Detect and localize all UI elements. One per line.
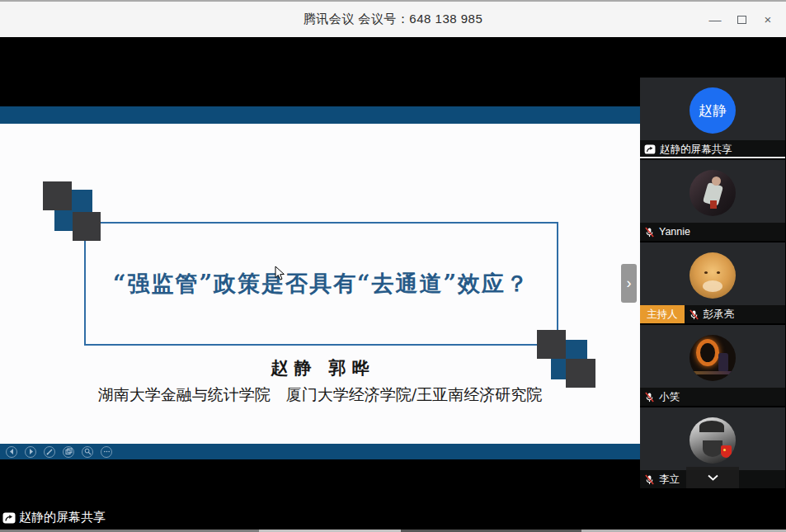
next-slide-icon <box>27 448 35 455</box>
participant-name-bar: 主持人 彭承亮 <box>640 305 785 323</box>
participant-tile-xiaoxiao[interactable]: 小笑 <box>640 325 785 406</box>
participant-tile-pengchengliang[interactable]: 主持人 彭承亮 <box>640 242 785 323</box>
all-slides-icon <box>65 448 73 455</box>
mic-muted-icon <box>644 474 655 485</box>
screen-share-banner-label: 赵静的屏幕共享 <box>19 510 106 525</box>
all-slides-button[interactable] <box>63 446 74 458</box>
screen-share-icon <box>644 144 656 154</box>
chevron-right-icon: › <box>627 275 632 292</box>
slideshow-toolbar <box>0 444 640 459</box>
chevron-down-icon <box>707 474 719 481</box>
active-speaker-line <box>640 157 785 158</box>
participant-name: 赵静的屏幕共享 <box>660 143 732 157</box>
sidebar-collapse-button[interactable]: › <box>621 264 637 303</box>
participant-name: Yannie <box>659 226 690 238</box>
participant-name: 李立 <box>659 473 680 487</box>
minimize-icon: — <box>709 12 722 26</box>
more-options-button[interactable] <box>101 446 112 458</box>
minimize-button[interactable]: — <box>702 7 728 33</box>
mouse-cursor <box>275 266 285 281</box>
pen-button[interactable] <box>44 446 55 458</box>
participant-name-bar: 赵静的屏幕共享 <box>640 140 785 158</box>
avatar-yannie <box>690 170 736 216</box>
zoom-button[interactable] <box>82 446 93 458</box>
slide-title-box: “强监管”政策是否具有“去通道”效应？ <box>84 222 558 346</box>
deco-square-dark-tl2 <box>73 212 101 241</box>
screen-share-banner: 赵静的屏幕共享 <box>2 510 106 525</box>
mic-muted-icon <box>689 309 699 320</box>
close-button[interactable]: × <box>755 7 781 33</box>
shared-screen-stage: “强监管”政策是否具有“去通道”效应？ 赵 静 郭 晔 湖南大学金融与统计学院 … <box>0 39 640 532</box>
participant-name: 彭承亮 <box>704 308 735 322</box>
collapse-video-strip-button[interactable] <box>686 467 739 488</box>
participant-name: 小笑 <box>659 390 680 404</box>
tencent-meeting-window: 腾讯会议 会议号：648 138 985 — × “强监管”政策是否具有“去通道… <box>0 0 786 532</box>
avatar-cat <box>690 252 736 299</box>
presentation-slide: “强监管”政策是否具有“去通道”效应？ 赵 静 郭 晔 湖南大学金融与统计学院 … <box>0 124 640 444</box>
deco-square-dark-br1 <box>537 330 566 359</box>
close-icon: × <box>765 12 772 26</box>
mic-muted-icon <box>644 392 655 403</box>
avatar-portrait <box>690 417 736 464</box>
ellipsis-icon <box>103 448 111 455</box>
mic-muted-icon <box>644 227 655 238</box>
participant-tile-yannie[interactable]: Yannie <box>640 160 785 241</box>
title-bar: 腾讯会议 会议号：648 138 985 — × <box>0 2 786 37</box>
avatar-zhaojing: 赵静 <box>690 87 736 134</box>
deco-square-dark-br2 <box>566 359 595 388</box>
slide-top-band <box>0 106 640 124</box>
participant-name-bar: Yannie <box>640 223 785 241</box>
previous-slide-icon <box>8 448 16 455</box>
slide-authors: 赵 静 郭 晔 <box>0 356 640 379</box>
previous-slide-button[interactable] <box>6 446 17 458</box>
maximize-icon <box>737 16 746 24</box>
slide-title: “强监管”政策是否具有“去通道”效应？ <box>113 269 529 299</box>
host-badge: 主持人 <box>640 305 685 323</box>
window-title: 腾讯会议 会议号：648 138 985 <box>304 12 483 27</box>
slide-affiliation: 湖南大学金融与统计学院 厦门大学经济学院/王亚南经济研究院 <box>0 384 640 406</box>
avatar-ferris-wheel <box>690 335 736 381</box>
deco-square-dark-tl1 <box>43 181 72 210</box>
next-slide-button[interactable] <box>25 446 36 458</box>
window-controls: — × <box>702 2 781 37</box>
participant-name-bar: 小笑 <box>640 388 785 406</box>
pen-icon <box>46 448 54 455</box>
screen-share-icon <box>2 512 16 524</box>
participant-tile-zhaojing-share[interactable]: 赵静 赵静的屏幕共享 <box>640 78 785 158</box>
participant-sidebar: 赵静 赵静的屏幕共享 <box>640 78 785 490</box>
maximize-button[interactable] <box>728 7 755 33</box>
participant-tile-lili[interactable]: 李立 <box>640 407 785 488</box>
avatar-initials: 赵静 <box>699 101 727 120</box>
magnifier-icon <box>84 448 92 455</box>
